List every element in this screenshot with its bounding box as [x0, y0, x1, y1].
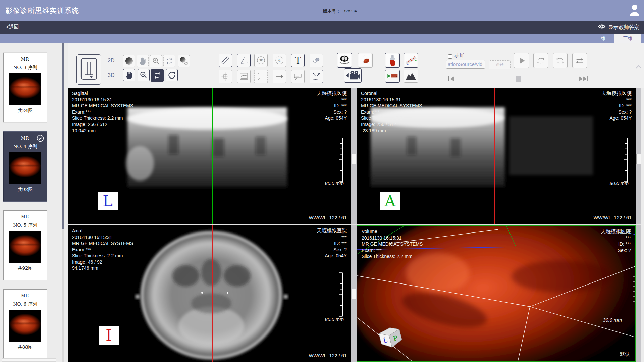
- loop-backward-button[interactable]: [553, 53, 568, 68]
- scale-label: 30.0 mm: [603, 317, 622, 323]
- viewport-coronal[interactable]: Coronal 20161130 16:15:31 MR GE MEDICAL …: [357, 88, 636, 224]
- crosshair-vertical-red[interactable]: [494, 88, 495, 224]
- series-card-5[interactable]: MR NO. 5 序列 共92图: [3, 210, 47, 280]
- svg-text:主: 主: [259, 58, 263, 62]
- scrollbar-thumb[interactable]: [352, 289, 356, 299]
- series-count: 共92图: [4, 187, 47, 193]
- rotate-2d-tool[interactable]: [163, 55, 175, 67]
- loop-forward-button[interactable]: [533, 53, 548, 68]
- arrow-tool[interactable]: [273, 70, 286, 83]
- comment-icon: [293, 71, 303, 82]
- tab-2d[interactable]: 二维: [588, 34, 614, 43]
- eye-icon: [598, 23, 606, 31]
- collapse-toolbar-icon[interactable]: [635, 64, 642, 70]
- window-level-reset-tool[interactable]: [178, 55, 190, 67]
- terrain-view-button[interactable]: [404, 70, 418, 83]
- rotate-3d-tool-selected[interactable]: [151, 69, 164, 82]
- video-path-input[interactable]: [446, 60, 485, 69]
- axial-slice-scrollbar[interactable]: [351, 225, 357, 362]
- viewport-sagittal[interactable]: Sagittal 20161130 16:15:31 MR GE MEDICAL…: [68, 88, 351, 224]
- series-card-4-selected[interactable]: MR NO. 4 序列 共92图: [3, 132, 47, 201]
- pan-3d-tool[interactable]: [123, 69, 135, 81]
- histogram-tool[interactable]: [237, 70, 251, 83]
- loop-backward-icon: [555, 56, 565, 65]
- series-card-3[interactable]: MR NO. 3 序列 共24图: [3, 53, 47, 122]
- volume-preset-default-button[interactable]: 默认: [620, 351, 630, 357]
- series-thumbnail: [9, 152, 41, 184]
- path-button[interactable]: 路径: [489, 60, 511, 69]
- crosshair-horizontal-blue[interactable]: [68, 158, 351, 158]
- orientation-box: L: [98, 192, 118, 210]
- roi-box-tool[interactable]: [219, 70, 232, 83]
- angle-tool[interactable]: [237, 54, 251, 67]
- hand-icon: [139, 57, 147, 65]
- layout-button[interactable]: [76, 54, 101, 85]
- slider-end-icon[interactable]: [578, 76, 588, 83]
- secondary-roi-tool[interactable]: 次: [273, 54, 286, 67]
- scale-label: 80.0 mm: [325, 180, 344, 186]
- primary-roi-icon: 主: [256, 55, 266, 66]
- toolbar-divider: [436, 52, 436, 85]
- sagittal-slice-scrollbar[interactable]: [351, 88, 357, 224]
- zoom-in-icon: [152, 57, 160, 65]
- ruler-icon: [220, 55, 230, 65]
- scrollbar-thumb[interactable]: [352, 154, 356, 164]
- crosshair-horizontal-green[interactable]: [68, 293, 351, 293]
- histogram-icon: [239, 71, 249, 82]
- zoom-3d-tool[interactable]: [138, 69, 150, 81]
- tab-3d[interactable]: 三维: [614, 34, 641, 43]
- scale-ruler: [623, 138, 629, 182]
- window-level-tool[interactable]: [123, 55, 135, 67]
- orientation-letter-anterior: A: [385, 194, 396, 209]
- crosshair-vertical-green[interactable]: [212, 88, 213, 224]
- text-annotation-tool[interactable]: T: [291, 54, 305, 67]
- pan-2d-tool[interactable]: [137, 55, 149, 67]
- lung-ct-preset-button[interactable]: [337, 53, 352, 68]
- curve-measure-icon: [311, 71, 321, 82]
- comment-tool[interactable]: [291, 70, 305, 83]
- viewport-axial[interactable]: Axial 20161130 16:15:31 MR GE MEDICAL SY…: [68, 225, 351, 362]
- crosshair-horizontal-blue[interactable]: [357, 158, 636, 158]
- primary-roi-tool[interactable]: 主: [254, 54, 268, 67]
- arc-tool[interactable]: [254, 70, 268, 83]
- record-camera-button[interactable]: [344, 68, 362, 83]
- reset-3d-tool[interactable]: [166, 69, 178, 81]
- series-card-6[interactable]: MR NO. 6 序列 共88图: [3, 289, 47, 359]
- sidebar-scrollbar-thumb[interactable]: [62, 43, 64, 229]
- user-account-icon[interactable]: [629, 4, 640, 18]
- coronal-slice-scrollbar[interactable]: [636, 88, 641, 224]
- knee-model-button[interactable]: [385, 53, 400, 68]
- eraser-tool[interactable]: [310, 54, 323, 67]
- lung-ct-icon: [338, 54, 351, 67]
- playback-marker-button[interactable]: [385, 70, 400, 83]
- play-button[interactable]: [514, 53, 529, 68]
- scrollbar-thumb[interactable]: [636, 154, 641, 164]
- toolbar-divider: [332, 52, 332, 85]
- slider-start-icon[interactable]: [446, 76, 455, 83]
- series-count: 共88图: [4, 344, 47, 350]
- axial-wwwl: WW/WL: 122 / 61: [309, 353, 347, 358]
- crosshair-vertical-red[interactable]: [212, 225, 213, 362]
- sidebar-horizontal-scrollbar[interactable]: [2, 358, 56, 362]
- playback-slider-handle[interactable]: [516, 76, 521, 82]
- volume-scrollbar[interactable]: [636, 225, 641, 362]
- orientation-cube[interactable]: L P: [375, 320, 407, 352]
- series-count: 共24图: [4, 108, 47, 114]
- show-teacher-answer-button[interactable]: 显示教师答案: [598, 23, 639, 31]
- toolbar-divider: [207, 52, 207, 85]
- axial-meta-left: Axial 20161130 16:15:31 MR GE MEDICAL SY…: [72, 228, 133, 271]
- version-label: 版本号：: [323, 8, 340, 14]
- swap-direction-button[interactable]: [572, 53, 587, 68]
- loop-forward-icon: [536, 56, 546, 65]
- series-thumbnail: [9, 231, 41, 263]
- viewport-volume-3d[interactable]: Volume 20161130 16:15:31 MR GE MEDICAL S…: [357, 225, 636, 362]
- play-icon: [517, 56, 526, 65]
- sidebar-scrollbar[interactable]: [62, 43, 64, 362]
- curve-measure-tool[interactable]: [310, 70, 323, 83]
- volume-preset-button[interactable]: [358, 53, 373, 68]
- back-button[interactable]: <返回: [6, 24, 19, 30]
- ruler-tool[interactable]: [219, 54, 232, 67]
- path-planning-button[interactable]: [404, 53, 418, 68]
- record-screen-checkbox[interactable]: [448, 54, 452, 59]
- zoom-2d-tool[interactable]: [150, 55, 162, 67]
